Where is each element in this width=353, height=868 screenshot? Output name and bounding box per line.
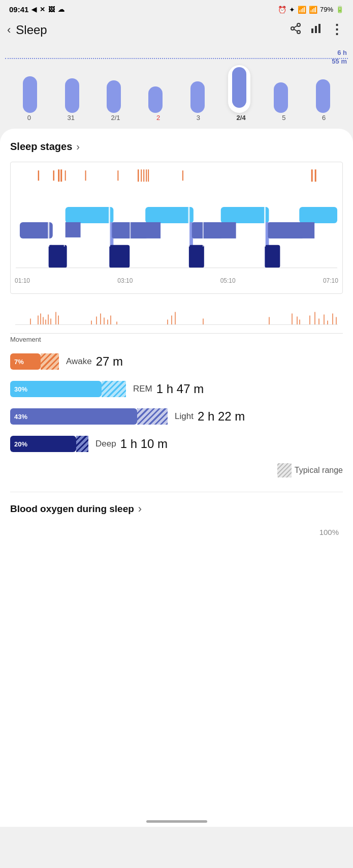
- bluetooth-icon: ✦: [289, 6, 295, 14]
- svg-point-0: [297, 23, 300, 26]
- svg-rect-26: [66, 207, 114, 223]
- svg-line-3: [294, 29, 298, 31]
- movement-svg: [10, 303, 343, 334]
- svg-rect-29: [109, 245, 130, 268]
- svg-rect-42: [299, 222, 314, 238]
- svg-rect-41: [299, 207, 337, 223]
- sleep-stages-title: Sleep stages: [10, 141, 72, 153]
- day-bar-21: [107, 80, 121, 113]
- time-label-0710: 07:10: [323, 277, 338, 284]
- blood-oxygen-section[interactable]: Blood oxygen during sleep ›: [10, 492, 343, 516]
- more-options-button[interactable]: ⋮: [330, 22, 344, 38]
- awake-pct: 7%: [14, 358, 24, 366]
- svg-rect-40: [268, 222, 303, 238]
- light-bar-wrap: 43%: [10, 408, 168, 425]
- day-col-6[interactable]: [302, 79, 344, 113]
- sleep-stages-chart: 01:10 03:10 05:10 07:10: [10, 162, 343, 294]
- awake-bar-wrap: 7%: [10, 353, 59, 370]
- awake-value: 27 m: [96, 354, 123, 369]
- day-col-21[interactable]: [93, 80, 135, 113]
- rem-bar-wrap: 30%: [10, 381, 126, 397]
- day-col-3[interactable]: [177, 81, 218, 113]
- sleep-stages-svg: [11, 166, 342, 273]
- chart-button[interactable]: [310, 22, 322, 38]
- light-label: Light: [175, 411, 194, 422]
- nav-icon: ◀: [31, 6, 37, 13]
- day-label-5: 5: [282, 114, 285, 122]
- deep-label: Deep: [95, 439, 116, 449]
- day-col-24-selected[interactable]: [218, 65, 260, 113]
- weekly-chart-bars: [5, 47, 348, 113]
- days-label-row: 0 31 2/1 2 3 2/4 5 6: [5, 113, 348, 127]
- rem-hatch: [102, 381, 126, 397]
- svg-rect-35: [192, 222, 222, 238]
- sleep-stat-rem: 30% REM 1 h 47 m: [10, 381, 343, 397]
- sleep-stat-deep: 20% Deep 1 h 10 m: [10, 436, 343, 452]
- day-label-0: 0: [27, 114, 31, 122]
- battery-display: 79%: [320, 6, 333, 13]
- signal-icon: 📶: [309, 6, 317, 14]
- day-bar-6: [316, 79, 330, 113]
- svg-point-2: [297, 31, 300, 34]
- light-bar: 43%: [10, 408, 137, 425]
- x-icon: ✕: [40, 6, 45, 13]
- day-bar-0: [23, 76, 37, 113]
- svg-rect-32: [145, 222, 161, 238]
- share-button[interactable]: [290, 22, 302, 38]
- sleep-stat-light: 43% Light 2 h 22 m: [10, 408, 343, 425]
- day-col-5[interactable]: [260, 82, 302, 113]
- back-button[interactable]: ‹: [7, 23, 11, 37]
- rem-bar: 30%: [10, 381, 102, 397]
- blood-oxygen-label: Blood oxygen during sleep: [10, 503, 134, 515]
- awake-bar: 7%: [10, 353, 41, 370]
- movement-section: Movement: [10, 303, 343, 343]
- light-value: 2 h 22 m: [198, 409, 245, 424]
- day-label-21: 2/1: [111, 114, 120, 122]
- movement-label: Movement: [10, 336, 343, 343]
- day-col-0[interactable]: [9, 76, 51, 113]
- awake-label: Awake: [66, 356, 92, 367]
- day-col-2[interactable]: [135, 86, 176, 113]
- light-pct: 43%: [14, 413, 27, 421]
- day-label-3: 3: [197, 114, 200, 122]
- deep-bar: 20%: [10, 436, 76, 452]
- deep-pct: 20%: [14, 440, 27, 448]
- day-bar-5: [274, 82, 288, 113]
- typical-range-swatch: [277, 463, 292, 477]
- sleep-stat-awake: 7% Awake 27 m: [10, 353, 343, 370]
- svg-rect-7: [318, 24, 320, 33]
- wifi-icon: 📶: [298, 6, 306, 14]
- home-bar: [146, 820, 207, 823]
- day-col-31[interactable]: [51, 78, 92, 113]
- typical-range-label: Typical range: [295, 466, 343, 475]
- day-bar-24: [232, 67, 246, 108]
- sleep-stages-section-header[interactable]: Sleep stages ›: [10, 141, 343, 153]
- battery-icon: 🔋: [336, 6, 344, 13]
- day-label-2: 2: [156, 114, 160, 122]
- page-header: ‹ Sleep ⋮: [0, 17, 353, 43]
- svg-rect-23: [20, 222, 53, 238]
- svg-line-4: [294, 25, 298, 27]
- rem-value: 1 h 47 m: [156, 382, 204, 396]
- home-indicator: [0, 815, 353, 827]
- day-label-31: 31: [68, 114, 75, 122]
- svg-rect-5: [311, 28, 313, 33]
- status-bar: 09:41 ◀ ✕ 🖼 ☁ ⏰ ✦ 📶 📶 79% 🔋: [0, 0, 353, 17]
- light-hatch: [137, 408, 168, 425]
- status-right-icons: ⏰ ✦ 📶 📶 79% 🔋: [278, 6, 344, 14]
- deep-hatch: [76, 436, 88, 452]
- awake-hatch: [41, 353, 59, 370]
- main-card: Sleep stages ›: [0, 129, 353, 815]
- sleep-stages-chevron-icon: ›: [76, 141, 80, 153]
- weekly-chart: 6 h55 m: [0, 43, 353, 127]
- time-label-0310: 03:10: [117, 277, 133, 284]
- time-label-0110: 01:10: [15, 277, 30, 284]
- day-label-6: 6: [322, 114, 326, 122]
- cloud-icon: ☁: [58, 6, 65, 13]
- blood-oxygen-chevron-icon: ›: [138, 502, 142, 516]
- alarm-icon: ⏰: [278, 6, 286, 14]
- bottom-percentage: 100%: [10, 528, 343, 536]
- svg-rect-34: [189, 245, 204, 268]
- svg-rect-6: [315, 26, 317, 33]
- day-label-24: 2/4: [237, 114, 246, 122]
